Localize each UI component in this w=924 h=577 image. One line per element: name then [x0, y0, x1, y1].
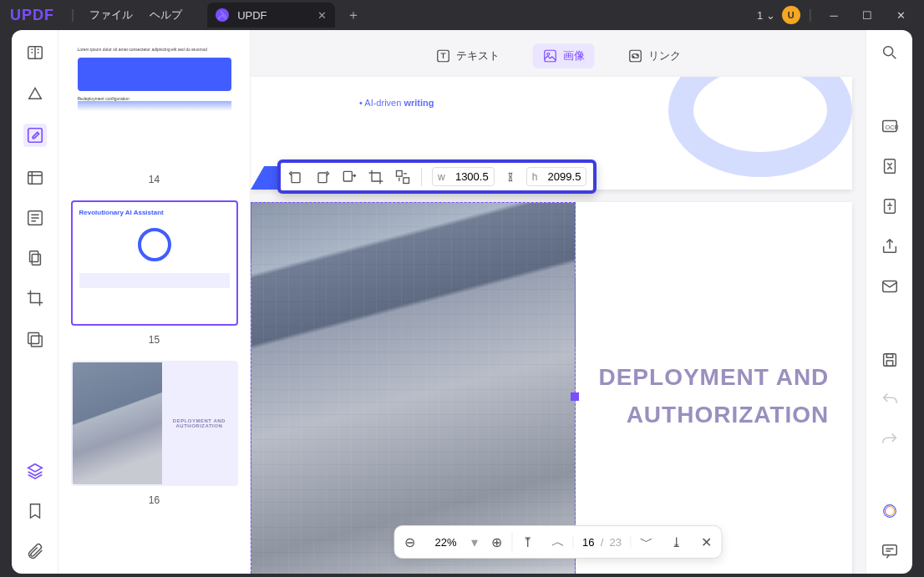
- page16-caption: DEPLOYMENT AND AUTHORIZATION: [598, 359, 829, 434]
- svg-rect-11: [630, 50, 642, 62]
- save-icon[interactable]: [881, 351, 899, 369]
- first-page-button[interactable]: ⤒: [513, 534, 543, 550]
- last-page-button[interactable]: ⤓: [662, 534, 692, 550]
- zoom-value[interactable]: 22%: [425, 536, 467, 549]
- close-pager-button[interactable]: ✕: [692, 534, 722, 550]
- watermark-icon[interactable]: [26, 329, 44, 347]
- reader-icon[interactable]: [26, 43, 44, 62]
- document-tab[interactable]: UPDF ✕: [207, 3, 334, 28]
- convert-icon[interactable]: [881, 157, 899, 175]
- close-tab-icon[interactable]: ✕: [317, 9, 327, 22]
- page-16[interactable]: DEPLOYMENT AND AUTHORIZATION: [251, 202, 852, 574]
- svg-rect-5: [32, 254, 40, 265]
- app-logo: UPDF: [10, 7, 54, 24]
- svg-rect-16: [404, 177, 409, 183]
- page-indicator[interactable]: 16 / 23: [573, 536, 632, 549]
- user-avatar[interactable]: U: [782, 6, 800, 24]
- thumb-caption: DEPLOYMENT AND AUTHORIZATION: [162, 362, 236, 484]
- svg-rect-15: [397, 170, 403, 176]
- layers-icon[interactable]: [26, 462, 44, 480]
- svg-point-17: [883, 47, 892, 56]
- titlebar-divider: |: [71, 8, 74, 23]
- undo-icon[interactable]: [881, 391, 899, 409]
- label: リンク: [648, 48, 681, 63]
- organize-icon[interactable]: [26, 169, 44, 187]
- pages-icon[interactable]: [26, 249, 44, 267]
- pager-toolbar: ⊖ 22% ▾ ⊕ ⤒ ︿ 16 / 23 ﹀ ⤓ ✕: [394, 525, 723, 559]
- svg-rect-27: [882, 545, 896, 555]
- resize-handle-right[interactable]: [571, 392, 579, 401]
- extract-icon[interactable]: [341, 169, 358, 185]
- thumb-num: 15: [71, 334, 238, 346]
- highlight-icon[interactable]: [26, 84, 44, 102]
- maximize-button[interactable]: ☐: [850, 9, 884, 22]
- minimize-button[interactable]: ─: [817, 9, 850, 22]
- svg-rect-25: [886, 361, 892, 366]
- thumbnail-15[interactable]: Revolutionary AI Assistant 15: [71, 200, 238, 346]
- prev-page-button[interactable]: ︿: [543, 534, 573, 551]
- redo-icon[interactable]: [881, 431, 899, 449]
- ai-icon[interactable]: [881, 502, 899, 520]
- next-page-button[interactable]: ﹀: [632, 534, 662, 551]
- rotate-left-icon[interactable]: [287, 169, 304, 185]
- thumb-num: 14: [71, 174, 238, 185]
- titlebar: UPDF | ファイル ヘルプ UPDF ✕ ＋ 1 ⌄ U | ─ ☐ ✕: [0, 0, 924, 30]
- thumbnail-16[interactable]: DEPLOYMENT AND AUTHORIZATION 16: [71, 361, 238, 506]
- svg-rect-7: [31, 336, 42, 347]
- close-button[interactable]: ✕: [884, 9, 917, 22]
- thumbnail-14[interactable]: Lorem ipsum dolor sit amet consectetur a…: [71, 40, 238, 185]
- lock-aspect-icon[interactable]: [505, 169, 516, 185]
- crop-image-icon[interactable]: [368, 169, 384, 185]
- label: テキスト: [456, 48, 500, 63]
- image-edit-toolbar: w h: [277, 159, 597, 194]
- svg-rect-4: [29, 251, 38, 262]
- mode-image[interactable]: 画像: [533, 43, 595, 68]
- zoom-out-button[interactable]: ⊖: [395, 534, 425, 550]
- menu-help[interactable]: ヘルプ: [150, 8, 182, 23]
- link-icon: [628, 48, 643, 63]
- edit-icon[interactable]: [23, 124, 47, 147]
- thumb-title: Revolutionary AI Assistant: [79, 209, 230, 216]
- compress-icon[interactable]: [881, 197, 899, 215]
- crop-icon[interactable]: [26, 289, 44, 307]
- svg-text:OCR: OCR: [885, 124, 898, 131]
- replace-icon[interactable]: [394, 169, 411, 185]
- ai-writing-text: • AI-driven writing: [359, 98, 434, 108]
- selected-image[interactable]: [251, 202, 576, 574]
- zoom-dropdown[interactable]: ▾: [467, 534, 482, 550]
- ocr-icon[interactable]: OCR: [881, 117, 899, 135]
- edit-mode-toolbar: テキスト 画像 リンク: [426, 43, 691, 68]
- attachment-icon[interactable]: [26, 542, 44, 560]
- tab-title: UPDF: [237, 9, 267, 22]
- zoom-in-button[interactable]: ⊕: [482, 534, 512, 550]
- comment-icon[interactable]: [881, 542, 899, 560]
- share-icon[interactable]: [881, 237, 899, 256]
- svg-rect-2: [28, 172, 42, 185]
- bookmark-icon[interactable]: [26, 502, 44, 520]
- svg-rect-9: [545, 50, 556, 62]
- form-icon[interactable]: [26, 209, 44, 227]
- svg-rect-22: [882, 281, 896, 292]
- email-icon[interactable]: [881, 277, 899, 296]
- add-tab-button[interactable]: ＋: [347, 7, 360, 24]
- svg-rect-23: [883, 354, 896, 367]
- thumbnail-panel: Lorem ipsum dolor sit amet consectetur a…: [58, 30, 251, 574]
- height-input[interactable]: [541, 170, 581, 183]
- width-field[interactable]: w: [432, 167, 495, 186]
- rotate-right-icon[interactable]: [314, 169, 331, 185]
- mode-text[interactable]: テキスト: [426, 43, 510, 68]
- chevron-down-icon: ⌄: [766, 9, 775, 22]
- image-icon: [543, 48, 558, 63]
- text-icon: [436, 48, 451, 63]
- left-toolbar: [12, 30, 58, 574]
- width-input[interactable]: [449, 170, 489, 183]
- mode-link[interactable]: リンク: [618, 43, 691, 68]
- svg-rect-21: [884, 200, 895, 214]
- height-field[interactable]: h: [526, 167, 587, 186]
- svg-rect-6: [28, 333, 38, 344]
- search-icon[interactable]: [881, 43, 899, 62]
- thumb-num: 16: [71, 494, 238, 506]
- svg-rect-24: [886, 354, 892, 358]
- menu-file[interactable]: ファイル: [89, 8, 133, 23]
- window-count[interactable]: 1 ⌄: [757, 9, 775, 22]
